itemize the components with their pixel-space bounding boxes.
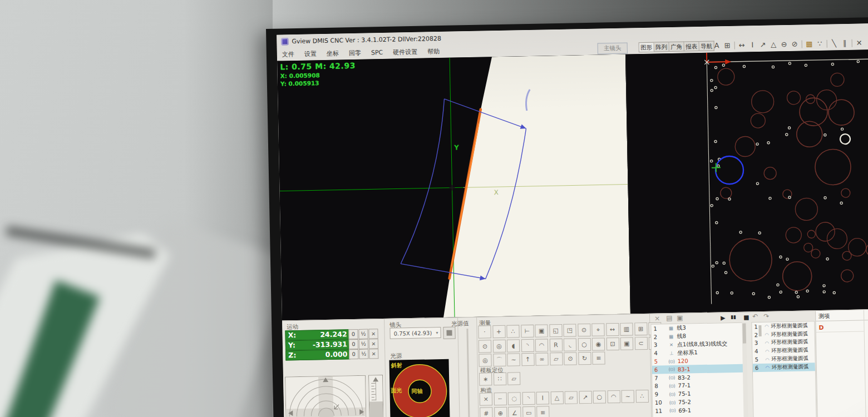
measure-tool-icon[interactable]: ≡ [592,351,605,364]
angle-icon[interactable]: △ [768,39,779,50]
cad-point[interactable] [797,296,799,298]
measure-tool-icon[interactable]: + [492,325,505,338]
cad-point[interactable] [841,128,844,130]
cad-point[interactable] [857,60,859,62]
menu-item[interactable]: 硬件设置 [388,46,422,58]
step-list-scroll-thumb[interactable] [758,325,761,336]
cad-point[interactable] [780,291,782,293]
light-surface[interactable]: 面光 [391,386,402,394]
camera-view-panel[interactable]: L: 0.75 M: 42.93 X: 0.005908 Y: 0.005913… [277,54,630,321]
light-value-slider[interactable] [466,329,470,417]
zero-axis-button[interactable]: 0 [349,349,358,359]
tab-阵列[interactable]: 阵列 [654,42,669,52]
half-axis-button[interactable]: ½ [359,349,368,359]
menu-item[interactable]: 回零 [344,47,366,59]
feature-list-scrollbar[interactable] [742,322,749,417]
measure-tool-icon[interactable]: ⌖ [591,323,604,336]
lens-config-button[interactable] [443,327,455,339]
template-tool-icon[interactable]: ∷ [493,373,506,385]
measure-tool-icon[interactable]: ▥ [620,322,633,335]
cad-point[interactable] [788,62,791,64]
cad-point[interactable] [824,197,826,199]
construct-tool-icon[interactable]: ⊕ [494,406,507,417]
cad-point[interactable] [795,291,797,294]
cad-point[interactable] [716,221,718,224]
cad-point[interactable] [711,205,713,207]
cad-point[interactable] [806,290,808,292]
half-axis-button[interactable]: ½ [358,329,368,339]
diagonal-measure-icon[interactable]: ↗ [758,39,768,51]
measure-tool-icon[interactable]: ∴ [506,325,519,337]
cad-point[interactable] [824,134,826,136]
cad-point[interactable] [712,265,714,267]
cad-point[interactable] [752,292,754,295]
zero-axis-button[interactable]: 0 [349,339,358,349]
construct-tool-icon[interactable]: ┄ [494,393,506,405]
scroll-thumb[interactable] [742,324,746,344]
measure-tool-icon[interactable]: ◳ [563,324,576,336]
cad-drawing[interactable] [626,49,868,314]
template-tool-icon[interactable]: ∗ [479,373,492,385]
feature-row[interactable]: 11(⊙)69-1 [653,405,744,415]
cad-point[interactable] [840,202,842,204]
light-source-selector[interactable]: 斜射 面光 同轴 底光 [389,359,450,417]
construct-tool-icon[interactable]: ○ [593,390,606,403]
cad-point[interactable] [833,291,835,294]
construct-tool-icon[interactable]: Ⅰ [536,391,549,404]
cad-point[interactable] [823,285,825,287]
menu-item[interactable]: SPC [366,46,388,59]
construct-tool-icon[interactable]: ◠ [607,390,620,403]
pause-icon[interactable]: ▮▮ [731,314,736,320]
cad-point[interactable] [768,296,770,299]
construct-tool-icon[interactable]: ~ [622,390,634,403]
measure-tool-icon[interactable]: ⊞ [634,322,647,335]
cad-point[interactable] [731,292,733,294]
measure-tool-icon[interactable]: ⊙ [564,352,576,365]
feature-list[interactable]: 1▦线32▦线83✕点1(线8,线3)线线交4⊥坐标系15(⊙)1206(⊙)8… [650,322,746,417]
clear-axis-button[interactable]: × [369,339,378,349]
measure-tool-icon[interactable]: ⊙ [578,324,590,336]
cad-point[interactable] [739,231,742,234]
menu-item[interactable]: 帮助 [422,45,445,58]
construct-tool-icon[interactable]: ∠ [508,406,521,417]
cad-point[interactable] [716,197,718,200]
measure-tool-icon[interactable]: ⊢ [521,325,534,337]
menu-item[interactable]: 设置 [299,48,322,61]
measure-tool-icon[interactable]: · [478,325,491,338]
cad-point[interactable] [756,143,758,145]
measure-tool-icon[interactable]: ⊡ [606,337,619,350]
cad-point[interactable] [728,198,731,200]
measure-tool-icon[interactable]: ◠ [535,339,548,351]
cad-point[interactable] [786,133,788,136]
measure-tool-icon[interactable]: ⌒ [493,354,506,366]
v-distance-icon[interactable]: Ⅰ [747,39,758,51]
measure-tool-icon[interactable]: R [549,338,562,351]
measure-tool-icon[interactable]: ↻ [578,352,591,365]
measure-tool-icon[interactable]: ◖ [507,339,520,352]
cad-point[interactable] [831,63,834,65]
undo-icon[interactable]: ↶ [752,312,758,320]
z-jog-slider[interactable] [368,375,385,417]
cad-point[interactable] [780,256,782,258]
cad-point[interactable] [788,127,790,129]
step-row[interactable]: 6◠环形框测量圆弧 [753,363,815,372]
radius-icon[interactable]: ⊘ [790,39,800,50]
measure-tool-icon[interactable]: ◝ [521,339,534,351]
cad-point[interactable] [743,65,745,67]
cad-point[interactable] [756,182,758,185]
construct-tool-icon[interactable]: ▱ [565,391,578,404]
measure-tool-icon[interactable]: ◎ [492,339,505,352]
cad-point[interactable] [717,165,719,167]
construct-tool-icon[interactable]: # [480,407,492,417]
measure-tool-icon[interactable]: ▣ [620,337,633,350]
cad-point[interactable] [711,89,713,91]
cad-point[interactable] [823,291,825,293]
delete-icon[interactable]: ✕ [854,37,864,48]
construct-tool-icon[interactable]: ∴ [635,390,648,403]
measure-tool-icon[interactable]: ◱ [549,324,562,337]
run-icon[interactable]: ▶ [721,314,726,321]
measure-tool-icon[interactable]: ○ [578,337,590,350]
construct-tool-icon[interactable]: ≡ [536,406,549,417]
stop-icon[interactable]: ■ [743,314,749,321]
light-oblique[interactable]: 斜射 [391,361,402,369]
